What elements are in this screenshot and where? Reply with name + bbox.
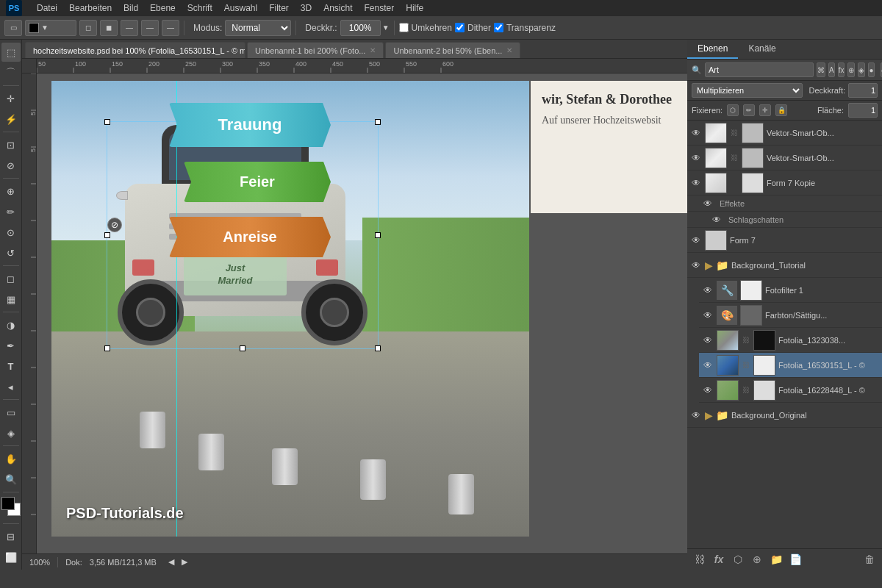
statusbar-nav-left[interactable]: ◀ (168, 557, 174, 567)
layer-8-visibility[interactable]: 👁 (702, 284, 714, 296)
color-swatch-area[interactable] (1, 497, 21, 520)
layers-search-input[interactable] (705, 62, 814, 77)
lock-all-btn[interactable]: 🔒 (775, 104, 787, 116)
tool-lasso[interactable]: ⌒ (1, 63, 21, 82)
layer-6-visibility[interactable]: 👁 (690, 234, 702, 246)
tool-3d[interactable]: ◈ (1, 423, 21, 442)
layer-13-visibility[interactable]: 👁 (690, 409, 702, 421)
tool-text[interactable]: T (1, 356, 21, 376)
layer-row[interactable]: 👁 ⛓ Fotolia_16530151_L - © (699, 353, 882, 378)
toolbar-btn-2[interactable]: ◼ (100, 20, 118, 36)
filter-effect-btn[interactable]: fx (838, 62, 845, 77)
tool-quickmask[interactable]: ⊟ (1, 527, 21, 546)
layer-new-btn[interactable]: 📄 (787, 551, 803, 567)
layer-row[interactable]: 👁 ⛓ Vektor-Smart-Ob... (687, 121, 882, 146)
toolbar-btn-3[interactable]: — (121, 20, 138, 36)
filter-name-btn[interactable]: A (828, 62, 835, 77)
filter-color-btn[interactable]: ● (868, 62, 874, 77)
tool-heal[interactable]: ⊕ (1, 182, 21, 201)
toolbar-rect-btn[interactable]: ▭ (4, 20, 22, 36)
toolbar-btn-5[interactable]: — (162, 20, 179, 36)
lock-pixels-btn[interactable]: ⬡ (727, 104, 739, 116)
tab-ebenen[interactable]: Ebenen (687, 40, 738, 59)
tool-eraser[interactable]: ◻ (1, 269, 21, 288)
statusbar-nav-right[interactable]: ▶ (182, 557, 187, 567)
tool-eyedropper[interactable]: ⊘ (1, 156, 21, 175)
ribbon-anreise[interactable]: Anreise (169, 217, 331, 257)
layer-row[interactable]: 👁 ⛓ Fotolia_1323038... (699, 328, 882, 353)
blend-mode-select[interactable]: Multiplizieren Normal Auflösen Abdunkeln (692, 83, 803, 98)
menu-bild[interactable]: Bild (123, 3, 138, 13)
tab-kanaele[interactable]: Kanäle (738, 40, 786, 59)
menu-schrift[interactable]: Schrift (187, 3, 212, 13)
menu-3d[interactable]: 3D (301, 3, 312, 13)
layer-row[interactable]: 👁 Form 7 Kopie (687, 171, 882, 196)
transparenz-checkbox[interactable] (494, 23, 503, 32)
tool-select-rect[interactable]: ⬚ (1, 43, 21, 62)
umkehren-checkbox[interactable] (399, 23, 409, 32)
layer-link-btn[interactable]: ⛓ (692, 551, 708, 567)
tool-crop[interactable]: ⊡ (1, 135, 21, 154)
layer-row[interactable]: 👁 ⛓ Fotolia_16228448_L - © (699, 378, 882, 403)
menu-ebene[interactable]: Ebene (150, 3, 176, 13)
layer-12-visibility[interactable]: 👁 (702, 384, 714, 396)
canvas-document[interactable]: JustMarried (51, 81, 529, 537)
layer-shadow-row[interactable]: 👁 Schlagschatten (687, 212, 882, 228)
layer-delete-btn[interactable]: 🗑 (861, 551, 878, 567)
tab-3-close[interactable]: ✕ (506, 46, 512, 54)
filter-attr-btn[interactable]: ◈ (858, 62, 865, 77)
tab-3[interactable]: Unbenannt-2 bei 50% (Eben... ✕ (385, 42, 520, 58)
layer-10-visibility[interactable]: 👁 (702, 334, 714, 346)
layer-11-visibility[interactable]: 👁 (702, 359, 714, 371)
tab-2-close[interactable]: ✕ (370, 46, 376, 54)
tab-2[interactable]: Unbenannt-1 bei 200% (Foto... ✕ (247, 42, 384, 58)
tool-history-brush[interactable]: ↺ (1, 243, 21, 262)
tab-1[interactable]: hochzeitswebsite.psd bei 100% (Fotolia_1… (25, 42, 245, 58)
dither-checkbox[interactable] (455, 23, 465, 32)
filter-mode-btn[interactable]: ⊕ (847, 62, 855, 77)
tool-pen[interactable]: ✒ (1, 336, 21, 355)
menu-auswahl[interactable]: Auswahl (224, 3, 257, 13)
filter-type-btn[interactable]: ⌘ (817, 62, 825, 77)
tool-move[interactable]: ✛ (1, 89, 21, 108)
menu-hilfe[interactable]: Hilfe (406, 3, 423, 13)
menu-filter[interactable]: Filter (269, 3, 289, 13)
layer-row[interactable]: 👁 ⛓ Vektor-Smart-Ob... (687, 146, 882, 171)
layer-1-visibility[interactable]: 👁 (690, 127, 702, 139)
tool-dodge[interactable]: ◑ (1, 315, 21, 334)
tool-zoom[interactable]: 🔍 (1, 470, 21, 489)
menu-fenster[interactable]: Fenster (365, 3, 395, 13)
flaeche-input[interactable] (848, 103, 878, 118)
menu-ansicht[interactable]: Ansicht (323, 3, 352, 13)
tool-shape[interactable]: ▭ (1, 403, 21, 422)
layer-row[interactable]: 👁 ▶ 📁 Background_Original (687, 403, 882, 428)
layer-group-btn[interactable]: 📁 (768, 551, 784, 567)
layer-row[interactable]: 👁 🎨 Farbton/Sättigu... (699, 303, 882, 328)
toolbar-btn-1[interactable]: ◻ (79, 20, 97, 36)
ribbon-feier[interactable]: Feier (184, 162, 331, 202)
modus-select[interactable]: Normal Auflösen Multiplizieren (225, 20, 291, 36)
layer-row[interactable]: 👁 ▶ 📁 Background_Tutorial (687, 253, 882, 278)
lock-move-btn[interactable]: ✛ (759, 104, 771, 116)
layer-mask-btn[interactable]: ⬡ (730, 551, 746, 567)
layer-row[interactable]: 👁 🔧 Fotofilter 1 (699, 278, 882, 303)
tool-brush[interactable]: ✏ (1, 202, 21, 221)
lock-paint-btn[interactable]: ✏ (743, 104, 755, 116)
layer-row[interactable]: 👁 Form 7 (687, 228, 882, 253)
layer-adj-btn[interactable]: ⊕ (749, 551, 765, 567)
toolbar-btn-4[interactable]: — (141, 20, 159, 36)
tool-screenmode[interactable]: ⬜ (1, 548, 21, 567)
opacity-input[interactable] (848, 83, 878, 98)
tool-gradient[interactable]: ▦ (1, 290, 21, 309)
layer-3-visibility[interactable]: 👁 (690, 177, 702, 189)
menu-datei[interactable]: Datei (37, 3, 57, 13)
layer-2-visibility[interactable]: 👁 (690, 152, 702, 164)
layer-9-visibility[interactable]: 👁 (702, 309, 714, 321)
menu-bearbeiten[interactable]: Bearbeiten (69, 3, 112, 13)
fg-color[interactable] (1, 497, 15, 510)
tool-path-select[interactable]: ◂ (1, 377, 21, 396)
tool-clone[interactable]: ⊙ (1, 223, 21, 242)
tool-magic-wand[interactable]: ⚡ (1, 110, 21, 129)
layer-fx-btn[interactable]: fx (711, 551, 727, 567)
layer-4-visibility[interactable]: 👁 (702, 198, 714, 209)
